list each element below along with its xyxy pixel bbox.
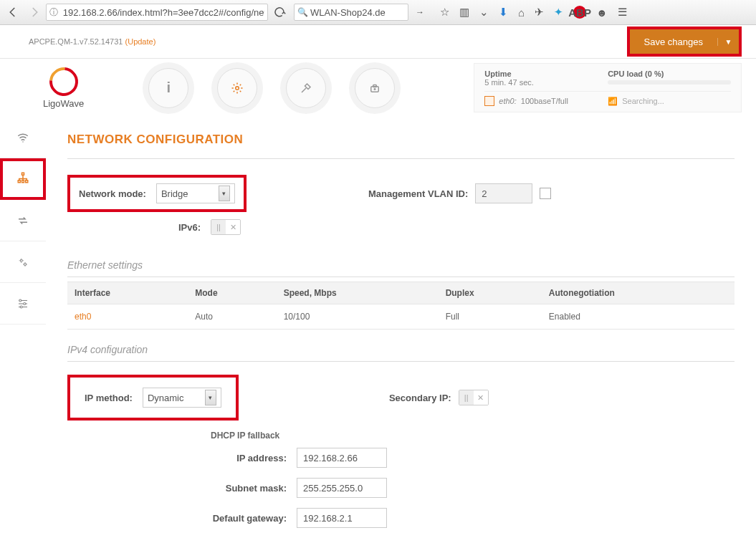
tools-button[interactable]: [286, 68, 326, 108]
search-bar[interactable]: 🔍: [294, 4, 408, 21]
eth-col-auto: Autonegotiation: [542, 282, 735, 304]
svg-rect-9: [26, 180, 28, 182]
library-icon[interactable]: ▥: [459, 6, 469, 19]
svg-rect-6: [22, 173, 24, 175]
svg-rect-7: [18, 180, 20, 182]
status-panel: Uptime 5 min. 47 sec. CPU load (0 %) eth…: [474, 63, 742, 112]
toggle-off-icon: ✕: [226, 220, 240, 234]
vlan-label: Management VLAN ID:: [368, 188, 468, 199]
table-row[interactable]: eth0 Auto 10/100 Full Enabled: [67, 304, 735, 330]
sidebar-item-traffic[interactable]: [0, 200, 46, 241]
chevron-down-icon: ▾: [219, 186, 230, 201]
ethernet-table: Interface Mode Speed, Mbps Duplex Autone…: [67, 282, 735, 330]
eth-col-speed: Speed, Mbps: [277, 282, 439, 304]
identity-icon[interactable]: ⓘ: [49, 6, 63, 19]
eth-icon: [484, 96, 494, 106]
ip-address-label: IP address:: [67, 453, 297, 463]
sidebar: [0, 117, 46, 543]
toggle-off-icon: ✕: [474, 390, 488, 405]
save-changes-button[interactable]: Save changes ▼: [630, 29, 739, 54]
home-icon[interactable]: ⌂: [518, 6, 525, 19]
network-mode-highlight: Network mode: Bridge ▾: [67, 175, 247, 212]
extension-icon[interactable]: ✦: [554, 6, 563, 19]
toggle-on-icon: ||: [211, 220, 226, 234]
svg-point-10: [20, 259, 22, 261]
uptime-label: Uptime: [484, 69, 608, 78]
wifi-status[interactable]: 📶 Searching...: [608, 96, 731, 106]
eth-col-mode: Mode: [188, 282, 276, 304]
ipv6-toggle[interactable]: || ✕: [211, 219, 241, 235]
logo: LigoWave: [43, 67, 84, 109]
bookmark-star-icon[interactable]: ☆: [440, 6, 449, 19]
ip-address-input[interactable]: [297, 448, 387, 468]
url-bar[interactable]: ⓘ: [46, 4, 268, 21]
network-mode-label: Network mode:: [79, 188, 156, 199]
header-row: LigoWave i Uptime 5 min. 47 sec. CPU loa…: [0, 59, 756, 117]
ethernet-section-title: Ethernet settings: [67, 245, 735, 277]
support-button[interactable]: [355, 68, 395, 108]
svg-point-18: [20, 306, 22, 308]
ipv6-label: IPv6:: [67, 222, 211, 233]
firmware-version: APCPE.QM-1.v7.52.14731 (Update): [29, 37, 155, 46]
dhcp-fallback-heading: DHCP IP fallback: [211, 431, 735, 441]
adblock-icon[interactable]: ABP: [573, 6, 586, 19]
default-gateway-input[interactable]: [297, 508, 387, 528]
page-title: NETWORK CONFIGURATION: [67, 133, 735, 159]
svg-point-11: [24, 263, 27, 265]
sidebar-item-system[interactable]: [0, 283, 46, 325]
eth-col-duplex: Duplex: [439, 282, 542, 304]
url-input[interactable]: [63, 7, 264, 18]
svg-rect-8: [22, 180, 24, 182]
secondary-ip-toggle[interactable]: || ✕: [459, 390, 489, 405]
pocket-icon[interactable]: ⌄: [479, 6, 489, 19]
back-button[interactable]: [3, 2, 23, 22]
info-button[interactable]: i: [148, 68, 188, 108]
toolbar-icons: ☆ ▥ ⌄ ⬇ ⌂ ✈ ✦ ABP ☻ ☰: [431, 6, 636, 19]
network-mode-select[interactable]: Bridge ▾: [156, 183, 235, 203]
svg-point-5: [22, 141, 24, 143]
uptime-value: 5 min. 47 sec.: [484, 78, 608, 87]
send-icon[interactable]: ✈: [535, 6, 544, 19]
default-gateway-label: Default gateway:: [67, 513, 297, 524]
ip-method-select[interactable]: Dynamic ▾: [143, 388, 221, 408]
sidebar-item-services[interactable]: [0, 241, 46, 283]
save-dropdown-caret[interactable]: ▼: [717, 38, 739, 46]
sidebar-item-network-highlight: [0, 158, 46, 200]
toggle-on-icon: ||: [459, 390, 474, 405]
cpu-bar: [608, 80, 731, 85]
sidebar-item-network[interactable]: [16, 171, 29, 188]
eth-iface-link[interactable]: eth0: [67, 304, 188, 330]
svg-point-15: [24, 302, 26, 304]
wifi-icon: 📶: [608, 97, 618, 106]
search-icon: 🔍: [297, 7, 308, 17]
chat-icon[interactable]: ☻: [596, 6, 608, 19]
ip-method-label: IP method:: [85, 393, 143, 403]
browser-toolbar: ⓘ 🔍 → ☆ ▥ ⌄ ⬇ ⌂ ✈ ✦ ABP ☻ ☰: [0, 0, 756, 25]
ipv4-section-title: IPv4 configuration: [67, 330, 735, 362]
vlan-input[interactable]: [475, 183, 532, 203]
update-link[interactable]: (Update): [125, 37, 156, 46]
sidebar-item-wireless[interactable]: [0, 117, 46, 158]
svg-point-0: [236, 86, 239, 90]
ip-method-highlight: IP method: Dynamic ▾: [67, 375, 239, 421]
cpu-label: CPU load (0 %): [608, 69, 731, 78]
svg-point-12: [19, 299, 21, 302]
search-input[interactable]: [310, 7, 405, 18]
logo-mark: [43, 61, 83, 101]
reload-button[interactable]: [269, 2, 290, 22]
downloads-icon[interactable]: ⬇: [499, 6, 508, 19]
search-go-button[interactable]: →: [410, 2, 430, 22]
forward-button[interactable]: [24, 2, 44, 22]
eth-col-interface: Interface: [67, 282, 188, 304]
main-layout: NETWORK CONFIGURATION Network mode: Brid…: [0, 117, 756, 543]
logo-text: LigoWave: [43, 98, 84, 109]
menu-icon[interactable]: ☰: [618, 6, 627, 19]
content: NETWORK CONFIGURATION Network mode: Brid…: [46, 117, 756, 543]
vlan-checkbox[interactable]: [540, 188, 551, 199]
subnet-mask-label: Subnet mask:: [67, 483, 297, 494]
settings-button[interactable]: [217, 68, 257, 108]
save-highlight: Save changes ▼: [627, 27, 742, 57]
eth-status[interactable]: eth0: 100baseT/full: [484, 96, 608, 106]
subnet-mask-input[interactable]: [297, 478, 387, 498]
app-topbar: APCPE.QM-1.v7.52.14731 (Update) Save cha…: [0, 25, 756, 59]
